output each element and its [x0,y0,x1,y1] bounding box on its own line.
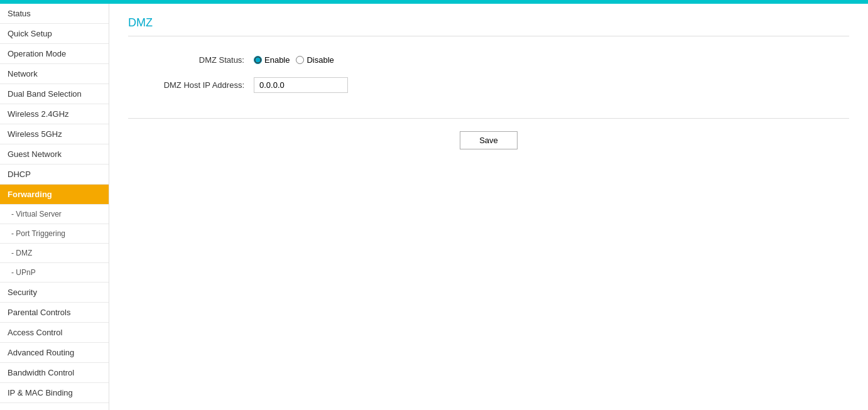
sidebar-item-network[interactable]: Network [0,64,109,84]
enable-radio-text: Enable [264,55,290,65]
dmz-status-label: DMZ Status: [128,55,254,65]
dmz-status-row: DMZ Status: Enable Disable [128,55,849,65]
sidebar-item-wireless-5ghz[interactable]: Wireless 5GHz [0,124,109,144]
sidebar-item-wireless-24ghz[interactable]: Wireless 2.4GHz [0,104,109,124]
sidebar-item-guest-network[interactable]: Guest Network [0,144,109,165]
form-section: DMZ Status: Enable Disable DMZ Host IP A… [128,49,849,118]
sidebar-item-dynamic-dns[interactable]: Dynamic DNS [0,403,109,410]
sidebar-item-dmz[interactable]: - DMZ [0,244,109,263]
dmz-host-ip-label: DMZ Host IP Address: [128,80,254,90]
sidebar: StatusQuick SetupOperation ModeNetworkDu… [0,4,109,410]
sidebar-item-access-control[interactable]: Access Control [0,323,109,343]
sidebar-item-forwarding[interactable]: Forwarding [0,185,109,205]
dmz-status-radio-group: Enable Disable [254,55,334,65]
dmz-host-ip-input[interactable] [254,77,348,93]
sidebar-item-parental-controls[interactable]: Parental Controls [0,303,109,323]
sidebar-item-dual-band-selection[interactable]: Dual Band Selection [0,84,109,104]
divider-top [128,36,849,36]
save-row: Save [128,131,849,149]
enable-radio-label[interactable]: Enable [254,55,290,65]
sidebar-item-ip-mac-binding[interactable]: IP & MAC Binding [0,383,109,403]
divider-bottom [128,118,849,119]
page-title: DMZ [128,16,849,30]
sidebar-item-port-triggering[interactable]: - Port Triggering [0,224,109,244]
disable-radio-label[interactable]: Disable [296,55,334,65]
sidebar-item-dhcp[interactable]: DHCP [0,165,109,185]
sidebar-item-operation-mode[interactable]: Operation Mode [0,44,109,64]
sidebar-item-quick-setup[interactable]: Quick Setup [0,24,109,44]
save-button[interactable]: Save [460,131,518,149]
sidebar-item-bandwidth-control[interactable]: Bandwidth Control [0,363,109,383]
sidebar-item-status[interactable]: Status [0,4,109,24]
disable-radio-text: Disable [307,55,334,65]
sidebar-item-security[interactable]: Security [0,283,109,303]
sidebar-item-advanced-routing[interactable]: Advanced Routing [0,343,109,363]
main-content: DMZ DMZ Status: Enable Disable [109,4,868,410]
sidebar-item-virtual-server[interactable]: - Virtual Server [0,205,109,224]
dmz-host-ip-row: DMZ Host IP Address: [128,77,849,93]
enable-radio[interactable] [254,56,262,64]
sidebar-item-upnp[interactable]: - UPnP [0,263,109,283]
disable-radio[interactable] [296,56,304,64]
